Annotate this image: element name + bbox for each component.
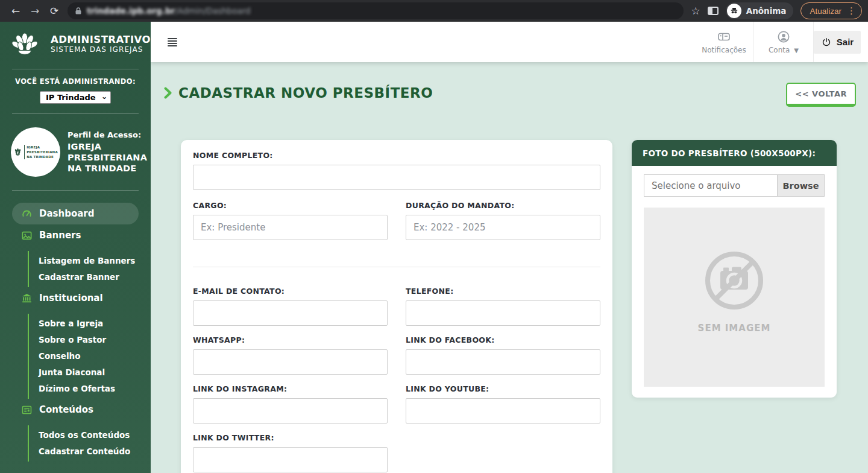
link-youtube-input[interactable] — [406, 398, 600, 424]
power-icon — [821, 37, 832, 48]
bush-logo-icon — [11, 31, 39, 57]
duracao-mandato-input[interactable] — [406, 215, 600, 240]
notifications-label: Notificações — [702, 46, 746, 54]
sidebar-subitem-cadastrar-banner[interactable]: Cadastrar Banner — [39, 269, 151, 285]
empty-column — [406, 433, 600, 472]
field-label-duracao: DURAÇÃO DO MANDATO: — [406, 201, 600, 210]
sidebar-subitem-sobre-o-pastor[interactable]: Sobre o Pastor — [39, 332, 151, 348]
sidebar-item-dashboard[interactable]: Dashboard — [12, 203, 139, 224]
image-icon — [21, 230, 33, 241]
field-label-facebook: LINK DO FACEBOOK: — [406, 335, 600, 344]
forward-icon[interactable]: → — [25, 2, 45, 20]
sidebar-divider — [12, 69, 139, 69]
field-label-twitter: LINK DO TWITTER: — [193, 433, 388, 442]
bank-icon — [21, 293, 33, 304]
url-text: trindade.ipb.org.br/Admin/Dashboard — [87, 6, 251, 16]
no-image-camera-icon — [698, 244, 770, 317]
submenu-conteudos: Todos os Conteúdos Cadastrar Conteúdo — [28, 425, 151, 462]
image-preview-placeholder: SEM IMAGEM — [644, 208, 825, 387]
side-panel-icon[interactable] — [708, 7, 719, 15]
field-label-instagram: LINK DO INSTAGRAM: — [193, 384, 388, 393]
link-twitter-input[interactable] — [193, 447, 388, 472]
sidebar-item-institucional[interactable]: Institucional — [12, 287, 139, 309]
access-profile-label: Perfil de Acesso: — [68, 130, 146, 139]
link-instagram-input[interactable] — [193, 398, 388, 424]
field-label-whatsapp: WHATSAPP: — [193, 335, 388, 344]
field-label-email: E-MAIL DE CONTATO: — [193, 287, 388, 296]
browser-toolbar: ← → ⟳ trindade.ipb.org.br/Admin/Dashboar… — [0, 0, 868, 22]
back-button[interactable]: << VOLTAR — [786, 83, 856, 107]
nome-completo-input[interactable] — [193, 165, 600, 190]
avatar-church-name: IGREJA PRESBITERIANA NA TRINDADE — [24, 145, 58, 160]
cargo-input[interactable] — [193, 215, 388, 240]
file-input-placeholder: Selecione o arquivo — [644, 175, 777, 196]
form-divider — [193, 267, 600, 267]
file-input[interactable]: Selecione o arquivo Browse — [644, 174, 825, 197]
title-chevron-icon — [164, 87, 172, 99]
refresh-icon[interactable]: ⟳ — [45, 2, 64, 20]
sidebar-item-conteudos[interactable]: Conteúdos — [12, 399, 139, 421]
account-button[interactable]: Conta ▼ — [754, 30, 813, 54]
account-label: Conta — [769, 46, 790, 54]
main-content: CADASTRAR NOVO PRESBÍTERO << VOLTAR NOME… — [151, 62, 868, 473]
update-button[interactable]: Atualizar ⋮ — [800, 2, 862, 19]
field-label-nome: NOME COMPLETO: — [193, 151, 600, 160]
administering-label: VOCÊ ESTÁ ADMINISTRANDO: — [0, 77, 151, 86]
notifications-button[interactable]: Notificações — [694, 30, 753, 54]
sidebar-item-banners[interactable]: Banners — [12, 224, 139, 246]
app-title: ADMINISTRATIVO — [51, 34, 151, 46]
update-button-label: Atualizar — [810, 7, 841, 16]
photo-card-title: FOTO DO PRESBÍTERO (500X500PX): — [632, 140, 837, 166]
presbyter-form-card: NOME COMPLETO: CARGO: DURAÇÃO DO MANDATO… — [181, 140, 612, 473]
sidebar-subitem-sobre-a-igreja[interactable]: Sobre a Igreja — [39, 316, 151, 332]
telefone-input[interactable] — [406, 300, 600, 326]
mailbox-icon — [717, 30, 731, 44]
whatsapp-input[interactable] — [193, 349, 388, 375]
logout-label: Sair — [837, 37, 854, 47]
sidebar-subitem-cadastrar-conteudo[interactable]: Cadastrar Conteúdo — [39, 443, 151, 460]
submenu-banners: Listagem de Banners Cadastrar Banner — [28, 251, 151, 287]
sidebar-subitem-listagem-banners[interactable]: Listagem de Banners — [39, 253, 151, 269]
sidebar-item-label: Dashboard — [39, 208, 94, 219]
sidebar-subitem-junta-diaconal[interactable]: Junta Diaconal — [39, 364, 151, 381]
sidebar-subitem-todos-os-conteudos[interactable]: Todos os Conteúdos — [39, 427, 151, 443]
field-label-telefone: TELEFONE: — [406, 287, 600, 296]
bookmark-star-icon[interactable]: ☆ — [691, 5, 700, 17]
sidebar-subitem-dizimo-e-ofertas[interactable]: Dízimo e Ofertas — [39, 381, 151, 397]
photo-card: FOTO DO PRESBÍTERO (500X500PX): Selecion… — [632, 140, 837, 398]
chevron-down-icon: ▼ — [794, 47, 799, 54]
link-facebook-input[interactable] — [406, 349, 600, 375]
back-icon[interactable]: ← — [6, 2, 25, 20]
lock-icon — [75, 7, 82, 15]
sidebar-item-label: Conteúdos — [39, 404, 93, 415]
gauge-icon — [21, 208, 33, 220]
field-label-cargo: CARGO: — [193, 201, 388, 210]
url-host: trindade.ipb.org.br — [87, 6, 175, 16]
browse-button[interactable]: Browse — [777, 175, 824, 196]
sidebar-item-label: Banners — [39, 230, 81, 241]
field-label-youtube: LINK DO YOUTUBE: — [406, 384, 600, 393]
user-circle-icon — [776, 30, 791, 44]
incognito-badge[interactable]: Anônima — [726, 2, 794, 19]
logout-button[interactable]: Sair — [814, 31, 861, 54]
page-title: CADASTRAR NOVO PRESBÍTERO — [178, 85, 433, 101]
sidebar-item-label: Institucional — [39, 293, 103, 303]
avatar: IGREJA PRESBITERIANA NA TRINDADE — [11, 127, 60, 177]
sidebar: ADMINISTRATIVO SISTEMA DAS IGREJAS VOCÊ … — [0, 22, 151, 473]
email-contato-input[interactable] — [193, 300, 388, 326]
top-navbar: Notificações Conta ▼ Sair — [151, 22, 868, 62]
sidebar-divider — [12, 190, 139, 191]
address-bar[interactable]: trindade.ipb.org.br/Admin/Dashboard — [68, 2, 684, 19]
incognito-icon — [727, 4, 741, 18]
sidebar-menu: Dashboard Banners Listagem de Banners Ca… — [0, 195, 151, 462]
access-profile-name: IGREJA PRESBITERIANA NA TRINDADE — [68, 141, 146, 174]
app-subtitle: SISTEMA DAS IGREJAS — [51, 45, 151, 54]
sidebar-subitem-conselho[interactable]: Conselho — [39, 348, 151, 364]
profile-name: Anônima — [746, 6, 787, 16]
url-path: /Admin/Dashboard — [175, 6, 250, 16]
hamburger-menu-icon[interactable] — [168, 38, 177, 46]
app-logo: ADMINISTRATIVO SISTEMA DAS IGREJAS — [0, 22, 151, 64]
church-select[interactable]: IP Trindade — [40, 91, 111, 104]
kebab-menu-icon[interactable]: ⋮ — [847, 5, 856, 16]
newspaper-icon — [21, 404, 33, 416]
